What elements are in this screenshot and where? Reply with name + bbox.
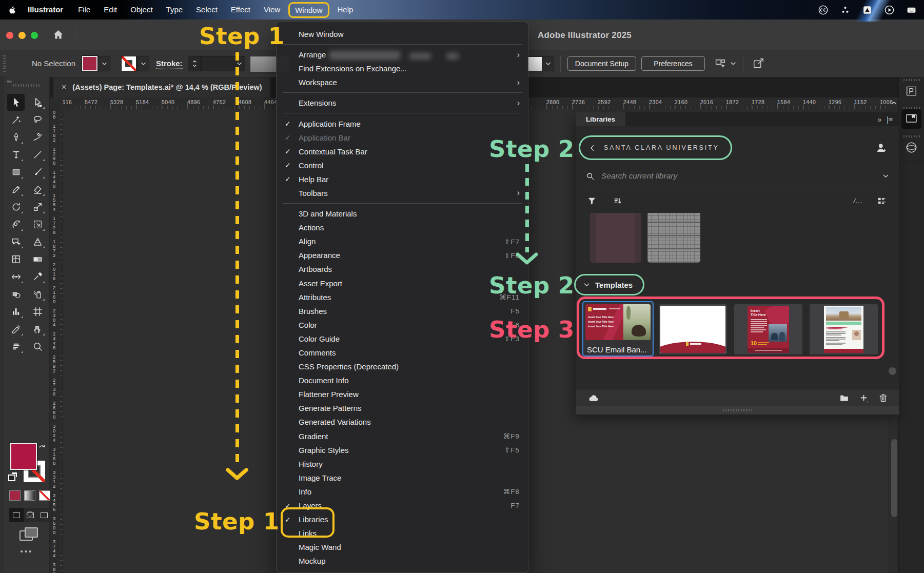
- opacity-swatch[interactable]: [527, 56, 542, 72]
- menu-item-3d-and-materials[interactable]: 3D and Materials: [277, 207, 528, 221]
- menu-item-find-extensions-on-exchange[interactable]: Find Extensions on Exchange...: [277, 62, 528, 75]
- lasso-tool[interactable]: [29, 111, 46, 128]
- menu-item-gradient[interactable]: Gradient⌘F9: [277, 429, 528, 443]
- scrollbar-thumb[interactable]: [891, 439, 897, 517]
- draw-inside-mode[interactable]: [37, 508, 51, 522]
- template-scu-email-banner[interactable]: Insert Your Title Here Insert Your Title…: [582, 301, 654, 357]
- library-asset-pattern-card[interactable]: [647, 213, 700, 263]
- pencil-tool[interactable]: [7, 181, 25, 198]
- arrange-artboards-icon[interactable]: [714, 57, 726, 70]
- zoom-tool[interactable]: [29, 338, 46, 355]
- draw-normal-mode[interactable]: [10, 508, 24, 522]
- hand-tool[interactable]: [29, 321, 46, 338]
- zoom-window-button[interactable]: [31, 32, 38, 39]
- list-view-icon[interactable]: [877, 196, 887, 206]
- menu-item-toolbars[interactable]: Toolbars›: [277, 186, 528, 200]
- artboard-tool[interactable]: [29, 303, 46, 320]
- template-newsletter[interactable]: [810, 304, 878, 354]
- menu-item-info[interactable]: Info⌘F8: [277, 485, 528, 499]
- apple-menu-icon[interactable]: [7, 5, 17, 15]
- 3d-materials-panel-button[interactable]: [899, 133, 924, 162]
- menu-item-arrange[interactable]: Arrange›: [277, 48, 528, 62]
- menu-item-generated-variations[interactable]: Generated Variations: [277, 415, 528, 429]
- stroke-weight-stepper[interactable]: [188, 56, 201, 71]
- sort-icon[interactable]: [613, 196, 622, 206]
- menubar-item-select[interactable]: Select: [189, 0, 224, 19]
- current-library-button[interactable]: SANTA CLARA UNIVERSITY: [579, 135, 732, 160]
- shaper-tool[interactable]: [7, 216, 25, 233]
- chevron-down-icon[interactable]: [882, 172, 890, 180]
- share-document-icon[interactable]: [752, 57, 765, 70]
- type-tool[interactable]: [7, 146, 25, 163]
- fill-color-swatch[interactable]: [82, 56, 97, 71]
- delete-icon[interactable]: [878, 392, 889, 403]
- menubar-item-object[interactable]: Object: [124, 0, 159, 19]
- template-letterhead[interactable]: [659, 304, 727, 354]
- menu-item-appearance[interactable]: Appearance⇧F6: [277, 248, 528, 262]
- preferences-button[interactable]: Preferences: [641, 56, 705, 71]
- templates-section-header[interactable]: Templates: [574, 274, 644, 295]
- scale-tool[interactable]: [29, 199, 46, 215]
- menu-item-mockup[interactable]: Mockup: [277, 554, 528, 568]
- menu-item-magic-wand[interactable]: Magic Wand: [277, 540, 528, 554]
- menubar-item-effect[interactable]: Effect: [224, 0, 257, 19]
- home-icon[interactable]: [52, 29, 64, 41]
- menubar-item-illustrator[interactable]: Illustrator: [21, 0, 71, 19]
- panel-menu-icon[interactable]: |≡: [887, 115, 893, 124]
- shape-builder-tool[interactable]: [7, 233, 25, 250]
- library-asset-color-card[interactable]: [590, 213, 641, 263]
- vertical-ruler[interactable]: 1 0 0 81 1 5 21 2 9 61 4 4 01 5 8 41 7 2…: [49, 109, 63, 573]
- panel-scroll-dot[interactable]: [889, 367, 896, 375]
- free-transform-tool[interactable]: [29, 216, 46, 233]
- pen-tool[interactable]: [7, 129, 25, 146]
- menu-item-extensions[interactable]: Extensions›: [277, 96, 528, 110]
- close-tab-icon[interactable]: ×: [62, 83, 66, 91]
- menu-item-align[interactable]: Align⇧F7: [277, 234, 528, 248]
- new-group-icon[interactable]: [839, 392, 850, 403]
- menu-item-document-info[interactable]: Document Info: [277, 373, 528, 387]
- selection-tool[interactable]: [7, 94, 25, 111]
- mesh-tool[interactable]: [7, 251, 25, 268]
- menu-item-history[interactable]: History: [277, 457, 528, 471]
- menu-item-navigator[interactable]: Navigator: [277, 568, 528, 573]
- draw-behind-mode[interactable]: [24, 508, 37, 522]
- properties-panel-button[interactable]: [899, 77, 924, 105]
- rotate-tool[interactable]: [7, 199, 25, 215]
- control-bar-grip[interactable]: [3, 55, 6, 72]
- eraser-tool[interactable]: [29, 181, 46, 198]
- magic-wand-tool[interactable]: [7, 111, 25, 128]
- fill-color-dropdown[interactable]: [98, 56, 110, 71]
- ruler-origin-corner[interactable]: [49, 97, 63, 109]
- opacity-dropdown[interactable]: [542, 56, 554, 71]
- add-asset-icon[interactable]: [858, 392, 869, 403]
- close-window-button[interactable]: [6, 32, 13, 39]
- keyboard-icon[interactable]: [906, 5, 917, 15]
- menu-item-css-properties-deprecated[interactable]: CSS Properties (Deprecated): [277, 360, 528, 373]
- collapse-tools-icon[interactable]: ««: [7, 78, 11, 84]
- menu-item-generate-patterns[interactable]: Generate Patterns: [277, 401, 528, 415]
- stroke-color-dropdown[interactable]: [137, 56, 149, 71]
- curvature-tool[interactable]: [29, 129, 46, 146]
- menu-item-flattener-preview[interactable]: Flattener Preview: [277, 387, 528, 401]
- menu-item-help-bar[interactable]: ✓Help Bar: [277, 172, 528, 186]
- libraries-tab[interactable]: Libraries: [576, 112, 625, 126]
- rename-view-icon[interactable]: /...: [854, 197, 863, 205]
- color-button[interactable]: [9, 490, 21, 501]
- creative-cloud-icon[interactable]: [818, 5, 829, 15]
- template-flyer[interactable]: Insert Title Here 10: [734, 304, 802, 354]
- document-setup-button[interactable]: Document Setup: [567, 56, 636, 71]
- library-search-bar[interactable]: Search current library: [586, 169, 890, 183]
- menu-item-application-frame[interactable]: ✓Application Frame: [277, 116, 528, 130]
- chevron-down-icon[interactable]: [730, 60, 737, 67]
- symbol-sprayer-tool[interactable]: [29, 286, 46, 303]
- libraries-panel-button[interactable]: [899, 105, 924, 133]
- menu-app-icon[interactable]: [862, 5, 873, 15]
- tools-panel-grip[interactable]: [13, 84, 41, 87]
- panel-resize-grip[interactable]: [576, 406, 899, 414]
- none-button[interactable]: [39, 490, 50, 501]
- menubar-item-edit[interactable]: Edit: [97, 0, 124, 19]
- default-fill-stroke-icon[interactable]: [8, 472, 17, 480]
- minimize-window-button[interactable]: [18, 32, 26, 39]
- menubar-item-type[interactable]: Type: [160, 0, 190, 19]
- eyedropper-tool[interactable]: [29, 268, 46, 285]
